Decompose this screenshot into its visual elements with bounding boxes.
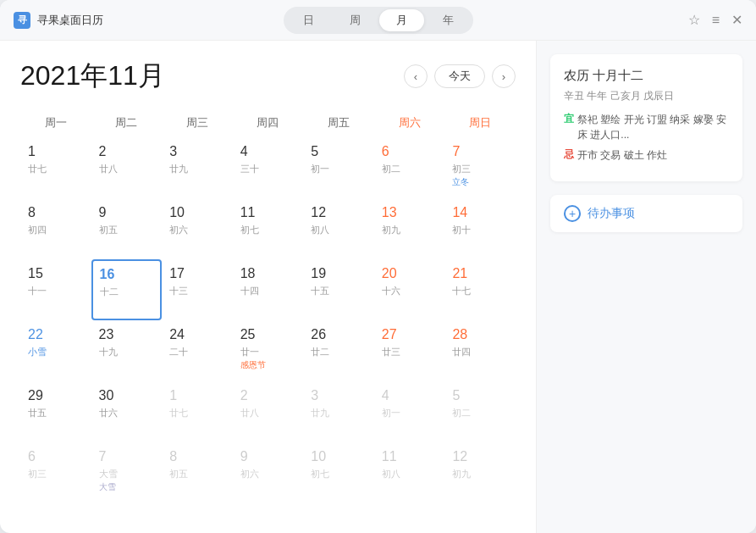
- day-number: 3: [311, 387, 318, 405]
- lunar-day: 初三: [28, 468, 47, 480]
- day-cell[interactable]: 13初九: [374, 198, 445, 259]
- day-cell[interactable]: 8初四: [20, 198, 91, 259]
- lunar-day: 廿一: [240, 346, 259, 358]
- day-cell[interactable]: 30廿六: [91, 381, 163, 442]
- weekday-label: 周六: [374, 112, 445, 134]
- title-bar: 寻 寻果桌面日历 日 周 月 年 ☆ ≡ ✕: [0, 0, 756, 41]
- star-button[interactable]: ☆: [688, 14, 700, 27]
- day-number: 16: [100, 266, 115, 284]
- day-number: 15: [28, 265, 43, 283]
- lunar-title: 农历 十月十二: [564, 68, 729, 84]
- day-cell[interactable]: 7大雪大雪: [91, 442, 163, 503]
- day-cell[interactable]: 16十二: [91, 259, 163, 320]
- day-cell[interactable]: 26廿二: [303, 320, 374, 381]
- day-cell[interactable]: 11初七: [233, 198, 304, 259]
- lunar-day: 廿八: [240, 407, 259, 419]
- day-cell[interactable]: 9初五: [91, 198, 163, 259]
- next-month-button[interactable]: ›: [492, 64, 516, 88]
- day-cell[interactable]: 10初七: [303, 442, 374, 503]
- day-cell[interactable]: 27廿三: [374, 320, 445, 381]
- day-cell[interactable]: 18十四: [233, 259, 304, 320]
- day-cell[interactable]: 15十一: [20, 259, 91, 320]
- tab-month[interactable]: 月: [379, 9, 424, 31]
- lunar-day: 十一: [28, 285, 47, 297]
- day-number: 30: [99, 387, 114, 405]
- day-cell[interactable]: 8初五: [162, 442, 233, 503]
- day-cell[interactable]: 5初二: [444, 381, 516, 442]
- app-logo: 寻: [14, 12, 30, 29]
- day-cell[interactable]: 24二十: [162, 320, 233, 381]
- lunar-subtitle: 辛丑 牛年 己亥月 戊辰日: [564, 89, 729, 103]
- day-number: 14: [452, 204, 467, 222]
- lunar-day: 廿八: [99, 163, 118, 175]
- day-number: 17: [169, 265, 185, 283]
- year-month-label: 2021年11月: [20, 58, 404, 95]
- day-cell[interactable]: 22小雪: [20, 320, 91, 381]
- tab-day[interactable]: 日: [286, 9, 331, 31]
- day-cell[interactable]: 2廿八: [91, 137, 163, 198]
- tab-year[interactable]: 年: [426, 9, 471, 31]
- lunar-day: 十四: [240, 285, 259, 297]
- day-number: 20: [382, 265, 397, 283]
- day-cell[interactable]: 9初六: [233, 442, 304, 503]
- today-button[interactable]: 今天: [434, 64, 485, 88]
- day-cell[interactable]: 19十五: [303, 259, 374, 320]
- day-cell[interactable]: 17十三: [162, 259, 233, 320]
- day-number: 8: [28, 204, 36, 222]
- yi-label: 宜: [564, 112, 574, 126]
- day-cell[interactable]: 29廿五: [20, 381, 91, 442]
- day-cell[interactable]: 12初八: [303, 198, 374, 259]
- add-todo-button[interactable]: + 待办事项: [550, 195, 742, 232]
- day-number: 12: [311, 204, 326, 222]
- lunar-day: 廿三: [382, 346, 400, 358]
- calendar-panel: 2021年11月 ‹ 今天 › 周一周二周三周四周五周六周日 1廿七2廿八3廿九…: [0, 41, 536, 533]
- day-cell[interactable]: 28廿四: [444, 320, 516, 381]
- day-cell[interactable]: 12初九: [444, 442, 516, 503]
- weekday-label: 周五: [303, 112, 374, 134]
- menu-button[interactable]: ≡: [712, 14, 720, 27]
- todo-section: + 待办事项: [550, 195, 742, 232]
- day-number: 22: [28, 326, 43, 344]
- tab-week[interactable]: 周: [333, 9, 378, 31]
- day-cell[interactable]: 3廿九: [303, 381, 374, 442]
- day-cell[interactable]: 20十六: [374, 259, 445, 320]
- day-cell[interactable]: 21十七: [444, 259, 516, 320]
- day-cell[interactable]: 11初八: [374, 442, 445, 503]
- day-number: 12: [452, 448, 467, 466]
- day-cell[interactable]: 7初三立冬: [444, 137, 516, 198]
- lunar-day: 十七: [452, 285, 471, 297]
- lunar-day: 初九: [452, 468, 471, 480]
- day-cell[interactable]: 5初一: [303, 137, 374, 198]
- lunar-day: 十三: [169, 285, 188, 297]
- lunar-day: 十二: [100, 286, 119, 298]
- day-cell[interactable]: 14初十: [444, 198, 516, 259]
- day-cell[interactable]: 4三十: [233, 137, 304, 198]
- day-cell[interactable]: 10初六: [162, 198, 233, 259]
- weekday-label: 周二: [91, 112, 163, 134]
- day-number: 2: [99, 143, 107, 161]
- day-number: 11: [382, 448, 397, 466]
- day-cell[interactable]: 6初二: [374, 137, 445, 198]
- day-tag: 感恩节: [240, 359, 266, 371]
- day-number: 1: [169, 387, 177, 405]
- day-number: 5: [311, 143, 318, 161]
- day-number: 10: [169, 204, 185, 222]
- close-button[interactable]: ✕: [731, 14, 742, 27]
- lunar-day: 三十: [240, 163, 259, 175]
- day-cell[interactable]: 1廿七: [20, 137, 91, 198]
- day-cell[interactable]: 1廿七: [162, 381, 233, 442]
- day-cell[interactable]: 6初三: [20, 442, 91, 503]
- lunar-day: 十九: [99, 346, 118, 358]
- yi-text: 祭祀 塑绘 开光 订盟 纳采 嫁娶 安床 进人口...: [577, 112, 729, 142]
- day-cell[interactable]: 23十九: [91, 320, 163, 381]
- day-cell[interactable]: 3廿九: [162, 137, 233, 198]
- lunar-day: 初八: [311, 224, 329, 236]
- day-cell[interactable]: 2廿八: [233, 381, 304, 442]
- day-cell[interactable]: 25廿一感恩节: [233, 320, 304, 381]
- day-cell[interactable]: 4初一: [374, 381, 445, 442]
- lunar-day: 大雪: [99, 468, 118, 480]
- lunar-day: 初一: [311, 163, 329, 175]
- day-number: 9: [99, 204, 107, 222]
- prev-month-button[interactable]: ‹: [404, 64, 428, 88]
- lunar-day: 初七: [311, 468, 329, 480]
